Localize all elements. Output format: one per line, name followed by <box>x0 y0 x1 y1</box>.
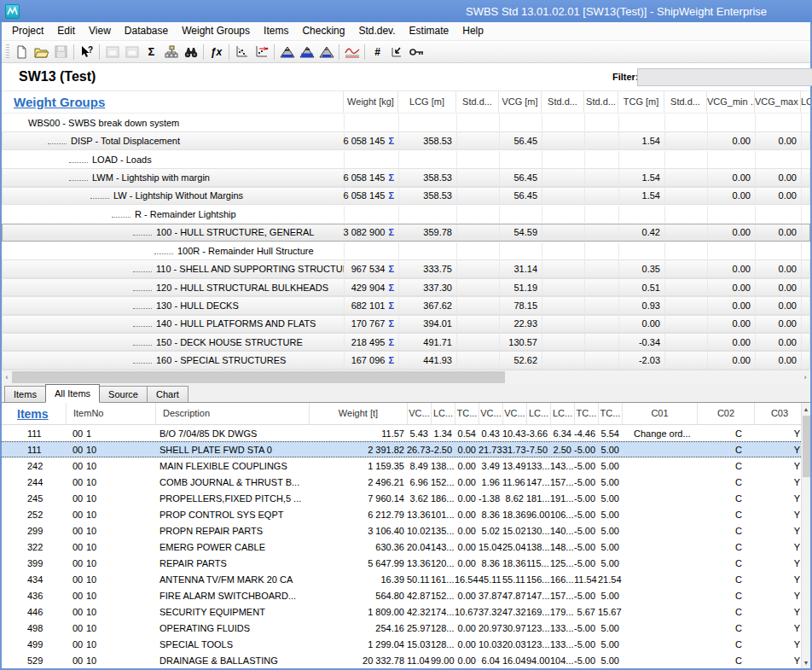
items-column-header-tc-5[interactable]: TC... <box>455 403 478 424</box>
items-column-header-tc-11[interactable]: TC... <box>598 403 622 424</box>
scatter-plot-run-icon[interactable] <box>252 43 271 61</box>
vertical-scrollbar-thumb[interactable] <box>803 416 810 477</box>
grid-report-icon[interactable] <box>102 43 122 61</box>
key-icon[interactable] <box>407 43 426 61</box>
item-row[interactable]: 2450010PROPELLERS,FIXED PITCH,5 ...7 960… <box>2 490 804 506</box>
items-column-header-vc-6[interactable]: VC... <box>478 403 502 424</box>
tab-source[interactable]: Source <box>99 386 148 402</box>
sum-sigma-icon[interactable]: Σ <box>388 283 394 293</box>
wg-column-header-tcg-m[interactable]: TCG [m] <box>618 91 664 113</box>
function-fx-icon[interactable]: ƒx <box>206 43 226 61</box>
title-bar[interactable]: SWBS Std 13.01.02.01 [SW13(Test)] - Ship… <box>0 0 812 22</box>
sum-sigma-icon[interactable]: Σ <box>388 190 394 201</box>
tab-chart[interactable]: Chart <box>147 386 188 402</box>
weight-group-row[interactable]: LOAD - Loads <box>2 150 810 168</box>
sum-sigma-icon[interactable]: Σ <box>388 227 394 237</box>
sum-sigma-icon[interactable]: Σ <box>388 318 394 329</box>
drilldown-arrow-icon[interactable] <box>387 43 407 61</box>
weight-group-row[interactable]: 110 - SHELL AND SUPPORTING STRUCTURE967 … <box>2 259 810 277</box>
weight-group-row[interactable]: 150 - DECK HOUSE STRUCTURE218 495Σ491.71… <box>2 333 810 351</box>
tab-all-items[interactable]: All Items <box>45 384 100 403</box>
items-title-link[interactable]: Items <box>2 407 66 421</box>
menu-project[interactable]: Project <box>5 22 50 40</box>
open-folder-icon[interactable] <box>32 43 51 61</box>
sum-sigma-icon[interactable]: Σ <box>388 337 394 347</box>
items-column-header-c01-12[interactable]: C01 <box>622 403 697 424</box>
wg-column-header-std-d[interactable]: Std.d... <box>541 91 583 113</box>
grid-report-2-icon[interactable] <box>122 43 142 61</box>
item-row[interactable]: 2990010PROPN REPAIR PARTS3 106.4010.0213… <box>2 522 804 539</box>
sum-sigma-icon[interactable]: Σ <box>388 172 394 183</box>
items-column-header-vc-3[interactable]: VC... <box>407 403 431 424</box>
wg-column-header-weight-kg[interactable]: Weight [kg] <box>343 91 397 113</box>
menu-std-dev[interactable]: Std.dev. <box>351 22 402 40</box>
menu-checking[interactable]: Checking <box>295 22 351 40</box>
weight-group-row[interactable]: LWM - Lightship with margin6 058 145Σ358… <box>2 168 810 186</box>
tab-items[interactable]: Items <box>4 386 46 402</box>
weight-group-row[interactable]: LW - Lightship Without Margins6 058 145Σ… <box>2 187 810 205</box>
iceberg-chart-1-icon[interactable] <box>277 43 297 61</box>
wg-column-header-vcg-max[interactable]: VCG_max ... <box>754 91 800 113</box>
items-column-header-lc-4[interactable]: LC... <box>431 403 455 424</box>
item-row[interactable]: 111001B/O 7/04/85 DK DWGS11.575.431.340.… <box>2 425 804 441</box>
wg-column-header-std-d[interactable]: Std.d... <box>455 91 498 113</box>
items-column-header-tc-10[interactable]: TC... <box>574 403 598 424</box>
save-icon[interactable] <box>51 43 71 61</box>
wg-column-header-lcg-m[interactable]: LCG [m] <box>397 91 455 113</box>
weight-group-row[interactable]: 120 - HULL STRUCTURAL BULKHEADS429 904Σ3… <box>2 278 810 296</box>
sum-sigma-icon[interactable]: Σ <box>388 264 394 274</box>
scatter-plot-icon[interactable] <box>232 43 252 61</box>
wg-column-header-vcg-m[interactable]: VCG [m] <box>498 91 541 113</box>
toolbar-grip[interactable] <box>6 44 9 60</box>
weight-group-row[interactable]: 100R - Remainder Hull Structure <box>2 242 810 259</box>
menu-help[interactable]: Help <box>455 22 490 40</box>
menu-estimate[interactable]: Estimate <box>403 22 456 40</box>
item-row[interactable]: 2420010MAIN FLEXIBLE COUPLINGS1 159.358.… <box>2 457 804 474</box>
item-row[interactable]: 4460010SECURITY EQUIPMENT1 809.0042.3217… <box>2 603 804 620</box>
weight-groups-title-link[interactable]: Weight Groups <box>2 95 343 109</box>
item-row[interactable]: 2440010COMB JOURNAL & THRUST B...2 496.2… <box>2 474 804 490</box>
number-sign-icon[interactable]: # <box>368 43 387 61</box>
find-binoculars-icon[interactable] <box>181 43 200 61</box>
item-row[interactable]: 4990010SPECIAL TOOLS1 299.0415.03128...0… <box>2 636 804 652</box>
wg-column-header-std-d[interactable]: Std.d... <box>583 91 618 113</box>
horizontal-scrollbar-thumb[interactable] <box>12 371 505 383</box>
hierarchy-tree-icon[interactable] <box>161 43 181 61</box>
item-row[interactable]: 2520010PROP CONTROL SYS EQPT6 212.7913.3… <box>2 506 804 522</box>
weight-group-row[interactable]: DISP - Total Displacement6 058 145Σ358.5… <box>2 131 810 149</box>
item-row[interactable]: 4340010ANTENNA TV/FM MARK 20 CA16.3950.1… <box>2 571 804 587</box>
sum-sigma-icon[interactable]: Σ <box>388 300 394 311</box>
weight-group-row[interactable]: 140 - HULL PLATFORMS AND FLATS170 767Σ39… <box>2 315 810 333</box>
scroll-up-icon[interactable]: ▲ <box>802 403 810 415</box>
weight-group-row[interactable]: 100 - HULL STRUCTURE, GENERAL3 082 900Σ3… <box>2 224 810 242</box>
item-row[interactable]: 4980010OPERATING FLUIDS254.1625.97128...… <box>2 620 804 636</box>
items-column-header-lc-9[interactable]: LC... <box>550 403 574 424</box>
items-column-header-lc-8[interactable]: LC... <box>526 403 550 424</box>
iceberg-chart-2-icon[interactable] <box>297 43 316 61</box>
new-document-icon[interactable] <box>12 43 32 61</box>
menu-weight-groups[interactable]: Weight Groups <box>175 22 257 40</box>
item-row[interactable]: 3220010EMERG POWER CABLE630.3620.04143..… <box>2 539 804 555</box>
help-pointer-icon[interactable]: ? <box>77 43 96 61</box>
sum-sigma-icon[interactable]: Σ <box>388 136 394 146</box>
item-row[interactable]: 4360010FIRE ALARM SWITCHBOARD...564.8042… <box>2 587 804 603</box>
wg-column-header-std-d[interactable]: Std.d... <box>664 91 706 113</box>
weight-group-row[interactable]: 160 - SPECIAL STRUCTURES167 096Σ441.9352… <box>2 351 810 369</box>
filter-input[interactable] <box>637 68 812 86</box>
weight-group-row[interactable]: R - Remainder Lightship <box>2 205 810 223</box>
weight-group-row[interactable]: 130 - HULL DECKS682 101Σ367.6278.150.930… <box>2 296 810 314</box>
menu-view[interactable]: View <box>82 22 118 40</box>
item-row[interactable]: 1110010SHELL PLATE FWD STA 02 391.8226.7… <box>2 441 804 457</box>
scroll-right-icon[interactable]: › <box>800 370 810 384</box>
weight-group-row[interactable]: WBS00 - SWBS break down system <box>2 114 810 131</box>
iceberg-chart-3-icon[interactable] <box>316 43 336 61</box>
scroll-left-icon[interactable]: ‹ <box>2 370 12 384</box>
scroll-down-icon[interactable]: ▼ <box>802 656 810 668</box>
items-column-header-weight-t-2[interactable]: Weight [t] <box>309 403 407 424</box>
menu-edit[interactable]: Edit <box>50 22 82 40</box>
sum-sigma-icon[interactable]: Σ <box>142 43 161 61</box>
curve-monitor-icon[interactable] <box>342 43 362 61</box>
wg-column-header-vcg-min[interactable]: VCG_min ... <box>706 91 754 113</box>
items-column-header-c02-13[interactable]: C02 <box>697 403 754 424</box>
item-row[interactable]: 3990010REPAIR PARTS5 647.9913.36120...0.… <box>2 555 804 571</box>
